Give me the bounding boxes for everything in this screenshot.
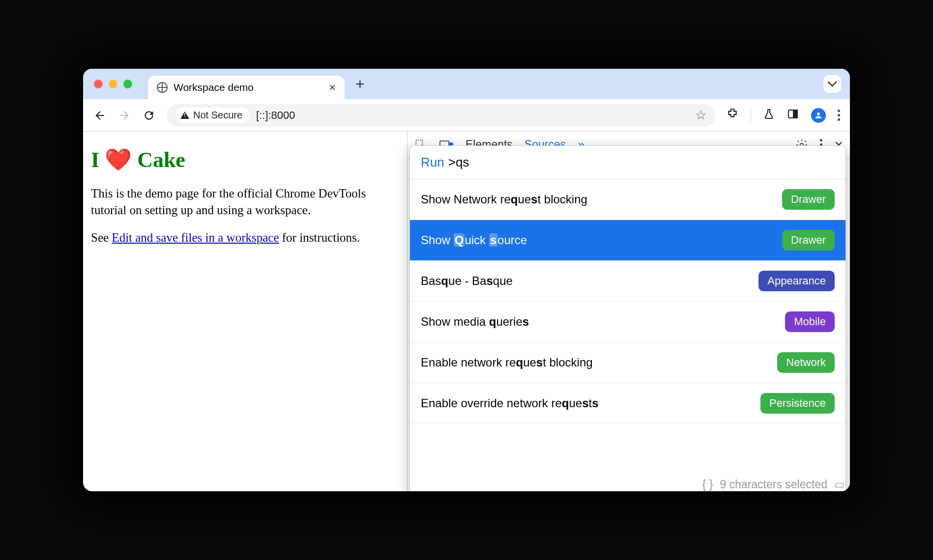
svg-rect-1 [793,110,797,118]
command-item[interactable]: Enable override network requestsPersiste… [410,383,846,424]
url-text: [::]:8000 [256,109,295,122]
command-item[interactable]: Enable network request blockingNetwork [410,342,846,383]
back-button[interactable] [93,109,107,122]
browser-tab[interactable]: Workspace demo × [148,76,345,99]
browser-menu-icon[interactable] [838,110,840,121]
status-bar: { } 9 characters selected ▭ [702,474,845,491]
security-chip[interactable]: Not Secure [175,108,249,123]
profile-avatar[interactable] [811,108,826,123]
command-item-label: Enable network request blocking [421,356,593,369]
command-item[interactable]: Basque - BasqueAppearance [410,261,846,302]
new-tab-button[interactable]: + [347,75,374,93]
omnibox[interactable]: Not Secure [::]:8000 ☆ [167,104,715,127]
command-item[interactable]: Show Network request blockingDrawer [410,179,846,220]
rendered-page: I ❤️ Cake This is the demo page for the … [83,132,408,491]
command-item-badge: Drawer [782,189,835,210]
toolbar-separator [751,109,751,122]
command-item-label: Basque - Basque [421,274,513,288]
run-label: Run [421,155,444,170]
page-paragraph-2: See Edit and save files in a workspace f… [91,229,399,246]
address-bar: Not Secure [::]:8000 ☆ [83,99,850,132]
not-secure-label: Not Secure [193,110,242,121]
command-item-label: Show Network request blocking [421,193,587,206]
command-item-label: Show Quick source [421,233,527,247]
tab-title: Workspace demo [174,82,254,93]
command-item-badge: Persistence [760,393,835,414]
warning-icon [180,112,189,119]
workspace-tutorial-link[interactable]: Edit and save files in a workspace [112,231,279,244]
toolbar-icons [726,108,840,123]
devtools-panel: Elements Sources » × Run >qs Show Networ… [408,132,850,491]
content-area: I ❤️ Cake This is the demo page for the … [83,132,850,491]
forward-button[interactable] [117,109,131,122]
command-item-badge: Drawer [782,230,835,251]
window-controls [94,80,132,88]
panel-layout-icon[interactable]: ▭ [834,478,845,491]
globe-icon [157,82,168,93]
bookmark-star-icon[interactable]: ☆ [695,108,706,123]
command-item[interactable]: Show media queriesMobile [410,302,846,342]
command-item-badge: Mobile [785,311,835,332]
page-heading: I ❤️ Cake [91,145,399,174]
tab-close-icon[interactable]: × [329,81,336,94]
command-item-label: Enable override network requests [421,396,599,410]
command-menu: Run >qs Show Network request blockingDra… [409,145,846,491]
reload-button[interactable] [142,109,156,122]
command-item-badge: Appearance [758,271,835,291]
minimize-window-button[interactable] [109,80,117,88]
status-text: 9 characters selected [720,478,827,491]
side-panel-icon[interactable] [787,108,799,123]
extensions-icon[interactable] [726,108,739,123]
tab-strip: Workspace demo × + [83,69,850,99]
maximize-window-button[interactable] [123,80,132,88]
labs-icon[interactable] [763,108,775,123]
browser-window: Workspace demo × + Not Secure [::]:8000 … [83,69,850,491]
page-paragraph-1: This is the demo page for the official C… [91,185,399,219]
close-window-button[interactable] [94,80,103,88]
tab-overflow-button[interactable] [823,75,841,93]
command-query: >qs [448,155,469,170]
command-item-label: Show media queries [421,315,529,329]
command-item[interactable]: Show Quick sourceDrawer [410,220,846,261]
command-item-badge: Network [777,352,835,373]
brackets-icon[interactable]: { } [702,478,713,491]
command-input[interactable]: Run >qs [410,146,846,179]
command-list: Show Network request blockingDrawerShow … [410,179,846,491]
